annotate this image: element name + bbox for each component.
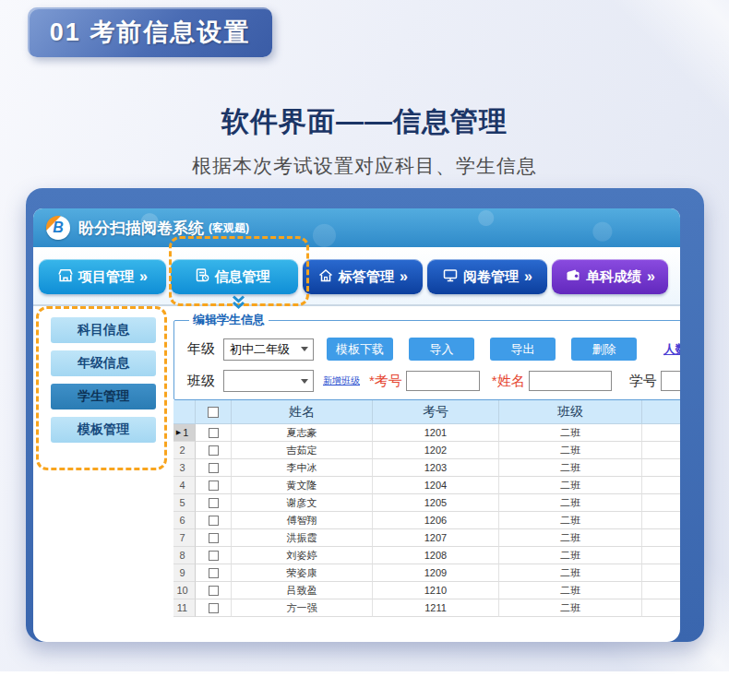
sidebar-item-subject-info[interactable]: 科目信息 xyxy=(51,317,156,343)
cell-exam-no: 1209 xyxy=(373,564,499,582)
app-body: 科目信息 年级信息 学生管理 模板管理 编辑学生信息 xyxy=(33,306,680,642)
row-checkbox[interactable] xyxy=(209,481,219,491)
row-checkbox[interactable] xyxy=(209,445,219,456)
table-row[interactable]: 7 洪振霞 1207 二班 xyxy=(173,529,680,547)
header-checkbox-cell xyxy=(196,400,232,424)
row-number: 11 xyxy=(177,602,187,613)
grade-select[interactable]: 初中二年级 xyxy=(223,338,314,361)
add-class-link[interactable]: 新增班级 xyxy=(323,374,360,387)
header-name: 姓名 xyxy=(232,400,373,424)
cell-class: 二班 xyxy=(499,442,642,459)
row-number: 2 xyxy=(179,445,185,456)
student-name-input[interactable] xyxy=(529,371,612,391)
row-number: 7 xyxy=(179,532,185,543)
row-number: 6 xyxy=(179,515,185,526)
template-download-button[interactable]: 模板下载 xyxy=(327,338,393,361)
row-number: 8 xyxy=(179,550,185,561)
header-class: 班级 xyxy=(499,400,642,424)
cell-exam-no: 1206 xyxy=(373,512,499,529)
cell-exam-no: 1201 xyxy=(373,424,499,442)
row-checkbox[interactable] xyxy=(209,516,219,526)
cell-name: 吉茹定 xyxy=(232,442,373,459)
nav-label: 标答管理 xyxy=(339,268,394,286)
table-row[interactable]: 8 刘姿婷 1208 二班 xyxy=(173,547,680,564)
table-row[interactable]: 4 黄文隆 1204 二班 xyxy=(173,477,680,494)
cell-name: 荣姿康 xyxy=(232,564,373,582)
chevrons-right-icon: » xyxy=(400,268,408,285)
cell-name: 李中冰 xyxy=(232,459,373,477)
row-checkbox[interactable] xyxy=(209,603,219,613)
export-button[interactable]: 导出 xyxy=(490,338,556,361)
sidebar-item-template-management[interactable]: 模板管理 xyxy=(51,417,156,443)
cell-extra xyxy=(642,459,680,477)
table-row[interactable]: 3 李中冰 1203 二班 xyxy=(173,459,680,477)
select-all-checkbox[interactable] xyxy=(208,407,219,418)
import-button[interactable]: 导入 xyxy=(409,338,474,361)
cell-exam-no: 1204 xyxy=(373,477,499,494)
nav-label: 项目管理 xyxy=(78,268,134,286)
table-row[interactable]: 5 谢彦文 1205 二班 xyxy=(173,494,680,512)
table-header-row: 姓名 考号 班级 xyxy=(173,400,680,424)
chevrons-right-icon: » xyxy=(139,268,148,285)
nav-grading-management-button[interactable]: 阅卷管理 » xyxy=(427,259,547,294)
app-window-content: B 盼分扫描阅卷系统 (客观题) 项目管理 » xyxy=(33,208,680,642)
student-no-input[interactable] xyxy=(661,371,680,391)
cell-class: 二班 xyxy=(499,564,642,582)
cell-exam-no: 1203 xyxy=(373,459,499,477)
cell-name: 吕致盈 xyxy=(232,582,373,599)
row-checkbox[interactable] xyxy=(209,498,219,508)
student-table: 姓名 考号 班级 ▶1 夏志豪 1201 二班 xyxy=(173,400,680,617)
row-checkbox[interactable] xyxy=(209,428,219,438)
cell-class: 二班 xyxy=(499,512,642,529)
table-row[interactable]: ▶1 夏志豪 1201 二班 xyxy=(173,424,680,442)
table-row[interactable]: 6 傅智翔 1206 二班 xyxy=(173,512,680,529)
cell-extra xyxy=(642,599,680,617)
fieldset-legend: 编辑学生信息 xyxy=(189,312,269,328)
header-extra xyxy=(642,400,680,424)
app-title: 盼分扫描阅卷系统 xyxy=(78,218,204,239)
table-row[interactable]: 11 方一强 1211 二班 xyxy=(173,599,680,617)
table-row[interactable]: 10 吕致盈 1210 二班 xyxy=(173,582,680,599)
row-checkbox[interactable] xyxy=(209,463,219,473)
class-label: 班级 xyxy=(187,373,215,390)
delete-button[interactable]: 删除 xyxy=(571,338,637,361)
cell-extra xyxy=(642,529,680,547)
row-checkbox[interactable] xyxy=(209,551,219,561)
chevron-down-icon xyxy=(301,347,308,351)
exam-no-label: *考号 xyxy=(369,373,402,390)
student-count-link[interactable]: 人数统计 xyxy=(663,341,680,358)
monitor-icon xyxy=(442,267,459,286)
document-clock-icon xyxy=(194,267,210,286)
row-checkbox[interactable] xyxy=(209,533,219,543)
table-row[interactable]: 9 荣姿康 1209 二班 xyxy=(173,564,680,582)
nav-project-management-button[interactable]: 项目管理 » xyxy=(39,259,166,294)
row-marker-icon: ▶ xyxy=(176,429,181,436)
chevrons-right-icon: » xyxy=(524,268,532,285)
sidebar-item-grade-info[interactable]: 年级信息 xyxy=(51,350,156,376)
sidebar-item-label: 学生管理 xyxy=(78,388,129,405)
nav-single-subject-score-button[interactable]: 单科成绩 » xyxy=(552,259,668,294)
store-icon xyxy=(57,267,74,286)
class-select[interactable] xyxy=(223,370,314,392)
cell-class: 二班 xyxy=(499,494,642,512)
cell-exam-no: 1202 xyxy=(373,442,499,459)
cell-name: 方一强 xyxy=(232,599,373,617)
row-checkbox[interactable] xyxy=(209,568,219,578)
header-exam-no: 考号 xyxy=(373,400,499,424)
row-checkbox[interactable] xyxy=(209,586,219,596)
table-row[interactable]: 2 吉茹定 1202 二班 xyxy=(173,442,680,459)
sidebar-item-student-management[interactable]: 学生管理 xyxy=(51,384,156,409)
cell-class: 二班 xyxy=(499,599,642,617)
nav-answer-key-management-button[interactable]: 标答管理 » xyxy=(303,259,423,294)
nav-info-management-button[interactable]: 信息管理 xyxy=(171,259,298,294)
cell-name: 谢彦文 xyxy=(232,494,373,512)
section-badge-label: 01 考前信息设置 xyxy=(50,16,251,49)
row-number: 1 xyxy=(183,427,188,438)
sidebar-item-label: 年级信息 xyxy=(78,355,129,372)
cell-extra xyxy=(642,442,680,459)
cell-class: 二班 xyxy=(499,477,642,494)
exam-no-input[interactable] xyxy=(406,371,480,391)
cell-class: 二班 xyxy=(499,582,642,599)
cell-exam-no: 1208 xyxy=(373,547,499,564)
cell-class: 二班 xyxy=(499,459,642,477)
